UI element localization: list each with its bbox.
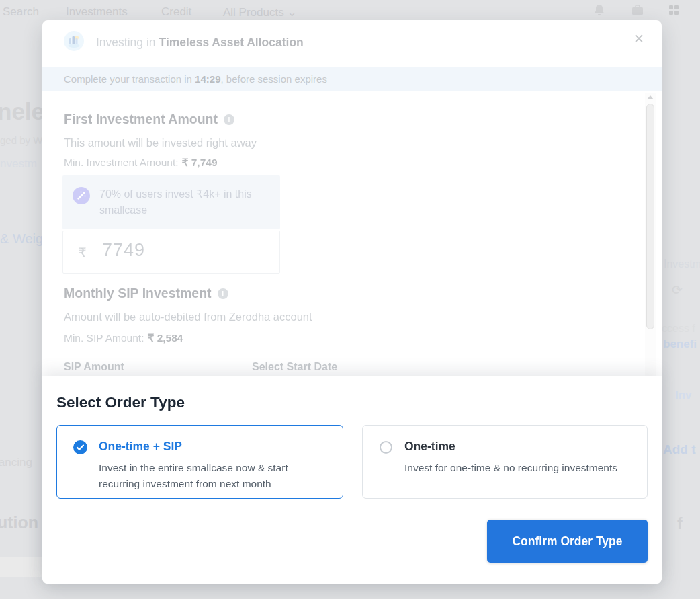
- rupee-icon: ₹: [78, 245, 87, 261]
- sip-description: Amount will be auto-debited from Zerodha…: [64, 311, 312, 323]
- min-investment-amount: Min. Investment Amount:₹ 7,749: [64, 157, 218, 169]
- bg-fragment-band: [0, 557, 42, 577]
- chevron-down-icon: ⌄: [287, 6, 296, 19]
- modal-scrollbar[interactable]: [645, 93, 656, 378]
- bg-fragment-distribution: ution: [0, 513, 38, 532]
- investment-tip-box: 70% of users invest ₹4k+ in this smallca…: [62, 175, 280, 229]
- close-icon[interactable]: ✕: [633, 32, 644, 45]
- radio-checked-icon: [73, 440, 87, 457]
- investment-amount-input[interactable]: ₹ 7749: [62, 231, 280, 274]
- option-label: One-time + SIP: [99, 440, 182, 454]
- scrollbar-up-arrow-icon[interactable]: [647, 95, 654, 99]
- screen: Search Investments Credit All Products ⌄…: [0, 0, 700, 599]
- refresh-icon: ⟳: [672, 282, 683, 298]
- bg-fragment-add-to: Add t: [663, 442, 696, 457]
- option-one-time-plus-sip[interactable]: One-time + SIP Invest in the entire smal…: [56, 425, 343, 499]
- session-timer: 14:29: [195, 73, 220, 85]
- session-timer-banner: Complete your transaction in 14:29, befo…: [42, 67, 662, 91]
- bg-fragment-invest-btn: Inv: [675, 389, 692, 402]
- smallcase-logo-icon: [64, 31, 84, 51]
- nav-item-credit: Credit: [161, 5, 191, 19]
- modal-title: Investing inTimeless Asset Allocation: [96, 36, 304, 50]
- bg-fragment-access: ccess f: [662, 323, 695, 335]
- first-investment-heading: First Investment Amounti: [64, 112, 234, 127]
- nav-item-all-products: All Products ⌄: [223, 5, 297, 19]
- investment-amount-value: 7749: [102, 240, 145, 261]
- sip-heading: Monthly SIP Investmenti: [64, 286, 228, 301]
- scrollbar-thumb[interactable]: [646, 104, 654, 329]
- confirm-order-type-button[interactable]: Confirm Order Type: [487, 520, 648, 563]
- option-description: Invest for one-time & no recurring inves…: [404, 460, 626, 476]
- sheet-title: Select Order Type: [56, 394, 185, 411]
- radio-unchecked-icon: [380, 441, 392, 454]
- nav-search: Search: [3, 5, 39, 19]
- nav-item-investments: Investments: [66, 5, 128, 19]
- facebook-icon: f: [677, 515, 683, 533]
- bg-fragment-benefits: benefi: [663, 337, 697, 351]
- bg-fragment-invest-link: nvestm: [0, 157, 37, 171]
- sip-amount-column-header: SIP Amount: [64, 361, 124, 373]
- option-one-time[interactable]: One-time Invest for one-time & no recurr…: [362, 425, 648, 499]
- first-investment-description: This amount will be invested right away: [64, 136, 257, 149]
- bg-fragment-rebalancing: lancing: [0, 456, 32, 469]
- briefcase-icon: [631, 5, 644, 18]
- option-description: Invest in the entire smallcase now & sta…: [99, 460, 320, 492]
- bg-fragment-weights-tab: & Weig: [0, 231, 43, 247]
- info-icon[interactable]: i: [224, 114, 234, 125]
- apps-grid-icon: [668, 5, 679, 18]
- investment-tip-text: 70% of users invest ₹4k+ in this smallca…: [99, 186, 267, 218]
- bg-fragment-investm: Investm: [664, 258, 700, 270]
- start-date-column-header: Select Start Date: [252, 361, 337, 373]
- info-icon[interactable]: i: [218, 288, 228, 299]
- option-label: One-time: [404, 440, 455, 454]
- magic-wand-icon: [73, 187, 90, 207]
- bell-icon: [594, 4, 605, 19]
- order-type-sheet: Select Order Type One-time + SIP Invest …: [42, 376, 662, 584]
- bg-fragment-managed-by: ged by W: [0, 134, 42, 146]
- min-sip-amount: Min. SIP Amount:₹ 2,584: [64, 332, 183, 344]
